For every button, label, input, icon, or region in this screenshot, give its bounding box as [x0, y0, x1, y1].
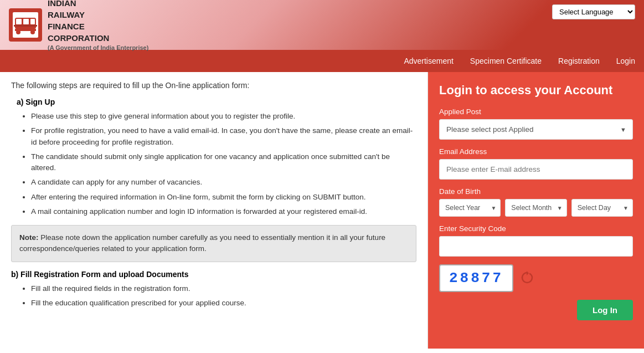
dob-row: Select Year Select Month Select Day: [439, 199, 633, 217]
svg-rect-3: [16, 19, 22, 24]
list-item: A mail containing application number and…: [31, 206, 416, 217]
applied-post-select-wrapper: Please select post Applied: [439, 119, 633, 140]
security-code-input[interactable]: [439, 236, 633, 257]
nav-advertisement[interactable]: Advertisement: [404, 57, 453, 65]
email-input[interactable]: [439, 159, 633, 180]
note-text: Please note down the application number …: [19, 233, 385, 253]
captcha-row: 28877: [439, 264, 633, 292]
list-item: The candidate should submit only single …: [31, 151, 416, 174]
main-content: The following steps are required to fill…: [0, 72, 644, 349]
month-select-wrapper: Select Month: [505, 199, 566, 217]
dob-label: Date of Birth: [439, 187, 633, 196]
logo-text: INDIAN RAILWAY FINANCE CORPORATION (A Go…: [48, 0, 148, 53]
signup-bullet-list: Please use this step to give general inf…: [11, 111, 416, 217]
logo-area: INDIAN RAILWAY FINANCE CORPORATION (A Go…: [9, 0, 148, 53]
language-select[interactable]: Select Language English Hindi: [552, 4, 635, 19]
list-item: After entering the required information …: [31, 192, 416, 203]
org-subtitle: (A Government of India Enterprise): [48, 44, 148, 52]
svg-point-7: [16, 30, 20, 34]
email-group: Email Address: [439, 147, 633, 180]
year-select[interactable]: Select Year: [439, 199, 501, 217]
fillform-heading: b) Fill Registration Form and upload Doc…: [11, 270, 416, 279]
list-item: For profile registration, you need to ha…: [31, 125, 416, 148]
svg-marker-10: [527, 271, 529, 275]
security-code-group: Enter Security Code: [439, 224, 633, 257]
login-panel: Login to access your Account Applied Pos…: [428, 72, 644, 349]
list-item: Fill the education qualification prescri…: [31, 298, 416, 309]
nav-specimen-certificate[interactable]: Specimen Certificate: [470, 57, 542, 65]
applied-post-select[interactable]: Please select post Applied: [439, 119, 633, 140]
svg-rect-9: [14, 25, 37, 27]
nav-login[interactable]: Login: [616, 57, 635, 65]
logo-icon: [9, 8, 42, 42]
applied-post-group: Applied Post Please select post Applied: [439, 108, 633, 140]
captcha-display: 28877: [439, 264, 513, 292]
instructions-panel: The following steps are required to fill…: [0, 72, 428, 349]
login-button-row: Log In: [439, 300, 633, 320]
day-select-wrapper: Select Day: [571, 199, 633, 217]
svg-rect-5: [30, 19, 35, 24]
intro-text: The following steps are required to fill…: [11, 81, 416, 90]
nav-registration[interactable]: Registration: [558, 57, 600, 65]
day-select[interactable]: Select Day: [571, 199, 633, 217]
email-label: Email Address: [439, 147, 633, 156]
list-item: Please use this step to give general inf…: [31, 111, 416, 122]
security-code-label: Enter Security Code: [439, 224, 633, 233]
svg-point-8: [30, 30, 35, 34]
header: INDIAN RAILWAY FINANCE CORPORATION (A Go…: [0, 0, 644, 50]
fillform-bullet-list: Fill all the required fields in the regi…: [11, 283, 416, 309]
month-select[interactable]: Select Month: [505, 199, 566, 217]
navigation: Advertisement Specimen Certificate Regis…: [0, 50, 644, 72]
note-label: Note:: [19, 233, 39, 242]
dob-group: Date of Birth Select Year Select Month S…: [439, 187, 633, 217]
svg-rect-4: [23, 19, 29, 24]
login-button[interactable]: Log In: [577, 300, 633, 320]
org-name: INDIAN RAILWAY FINANCE CORPORATION: [48, 0, 148, 44]
list-item: Fill all the required fields in the regi…: [31, 283, 416, 294]
list-item: A candidate can apply for any number of …: [31, 177, 416, 188]
signup-heading: a) Sign Up: [17, 98, 416, 106]
captcha-refresh-button[interactable]: [519, 270, 535, 287]
applied-post-label: Applied Post: [439, 108, 633, 116]
year-select-wrapper: Select Year: [439, 199, 501, 217]
note-box: Note: Please note down the application n…: [11, 225, 416, 262]
language-selector-wrapper: Select Language English Hindi: [552, 4, 635, 19]
login-title: Login to access your Account: [439, 83, 633, 98]
